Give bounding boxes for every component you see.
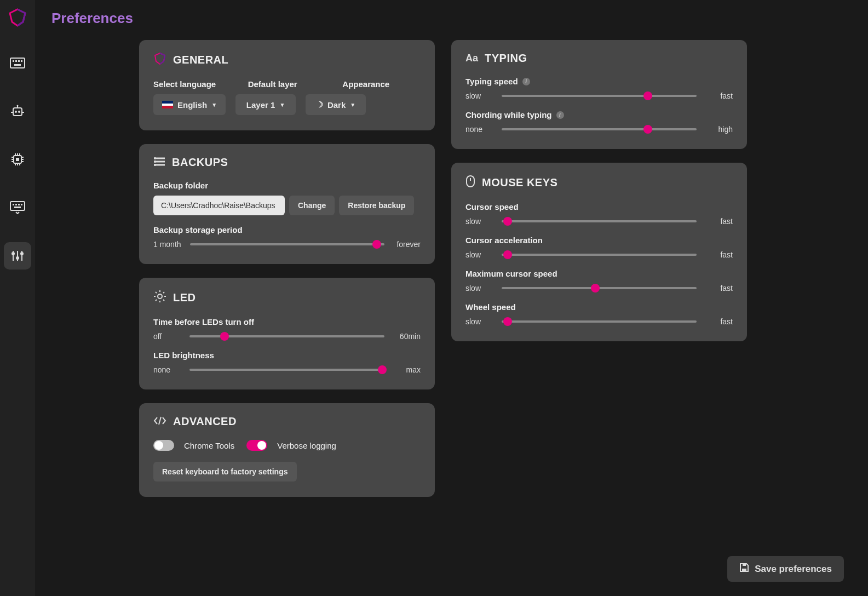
storage-max-label: forever <box>393 240 421 249</box>
svg-rect-32 <box>14 207 21 208</box>
svg-point-38 <box>20 252 24 255</box>
caret-down-icon: ▼ <box>350 102 355 108</box>
max-speed-slider[interactable] <box>502 287 697 289</box>
accel-slow: slow <box>465 250 493 259</box>
save-icon <box>739 563 749 575</box>
led-off-slider[interactable] <box>189 335 384 337</box>
led-bright-max: max <box>393 365 421 374</box>
svg-rect-0 <box>10 58 25 68</box>
svg-point-42 <box>154 157 156 159</box>
typing-speed-min: slow <box>465 91 493 100</box>
advanced-card: ADVANCED Chrome Tools Verbose logging Re… <box>139 403 435 497</box>
restore-button[interactable]: Restore backup <box>339 196 414 215</box>
general-card: GENERAL Select language Default layer Ap… <box>139 40 435 130</box>
chording-slider[interactable] <box>502 128 697 130</box>
moon-icon: ☽ <box>316 100 323 110</box>
svg-point-7 <box>15 111 17 113</box>
svg-rect-28 <box>13 204 14 205</box>
storage-period-label: Backup storage period <box>153 225 421 234</box>
svg-point-10 <box>17 105 19 107</box>
chrome-tools-toggle[interactable] <box>153 440 174 451</box>
accel-label: Cursor acceleration <box>465 236 733 245</box>
typing-speed-label: Typing speed i <box>465 77 733 86</box>
svg-rect-58 <box>743 564 746 566</box>
list-icon <box>153 157 165 169</box>
svg-rect-14 <box>16 158 19 161</box>
typing-speed-max: fast <box>705 91 733 100</box>
reset-button[interactable]: Reset keyboard to factory settings <box>153 462 297 482</box>
svg-rect-5 <box>14 64 21 66</box>
led-bright-slider[interactable] <box>189 369 384 371</box>
cursor-slow: slow <box>465 217 493 226</box>
svg-line-54 <box>159 417 161 425</box>
svg-rect-57 <box>742 569 746 571</box>
cursor-speed-slider[interactable] <box>502 220 697 222</box>
advanced-title: ADVANCED <box>173 415 237 428</box>
svg-rect-6 <box>13 108 22 116</box>
layer-dropdown[interactable]: Layer 1 ▼ <box>235 94 296 115</box>
app-logo <box>7 7 28 28</box>
info-icon[interactable]: i <box>556 111 564 119</box>
svg-rect-4 <box>21 60 22 62</box>
page-title: Preferences <box>51 10 846 27</box>
svg-line-53 <box>163 292 164 293</box>
led-off-max: 60min <box>393 332 421 341</box>
caret-down-icon: ▼ <box>279 102 285 108</box>
sidebar-item-chip[interactable] <box>4 146 31 173</box>
layer-label: Default layer <box>248 79 326 89</box>
typing-speed-slider[interactable] <box>502 95 697 97</box>
language-label: Select language <box>153 79 232 89</box>
shield-icon <box>153 52 166 67</box>
sidebar-item-preferences[interactable] <box>4 242 31 270</box>
svg-rect-31 <box>21 204 22 205</box>
verbose-label: Verbose logging <box>277 441 336 450</box>
chrome-tools-label: Chrome Tools <box>184 441 234 450</box>
main-content: Preferences GENERAL Select language Defa… <box>35 0 868 596</box>
led-off-min: off <box>153 332 181 341</box>
accel-slider[interactable] <box>502 254 697 256</box>
chord-max: high <box>705 125 733 134</box>
svg-rect-3 <box>18 60 20 62</box>
backup-folder-label: Backup folder <box>153 181 421 190</box>
led-bright-label: LED brightness <box>153 351 421 360</box>
svg-rect-55 <box>467 176 474 187</box>
backup-folder-input[interactable]: C:\Users\Cradhoc\Raise\Backups <box>153 196 285 215</box>
language-dropdown[interactable]: English ▼ <box>153 94 226 115</box>
save-preferences-button[interactable]: Save preferences <box>727 556 844 582</box>
svg-rect-2 <box>15 60 17 62</box>
code-icon <box>153 416 166 428</box>
sidebar-item-robot[interactable] <box>4 98 31 125</box>
led-off-label: Time before LEDs turn off <box>153 317 421 326</box>
backups-title: BACKUPS <box>172 156 228 169</box>
change-button[interactable]: Change <box>289 196 335 215</box>
svg-rect-30 <box>18 204 20 205</box>
sidebar-item-keyboard[interactable] <box>4 49 31 77</box>
led-bright-min: none <box>153 365 181 374</box>
info-icon[interactable]: i <box>522 78 530 85</box>
led-title: LED <box>173 291 196 304</box>
uk-flag-icon <box>162 101 173 108</box>
typography-icon: Aa <box>465 53 478 64</box>
max-speed-label: Maximum cursor speed <box>465 269 733 278</box>
chording-label: Chording while typing i <box>465 110 733 119</box>
svg-point-45 <box>158 294 162 299</box>
svg-line-50 <box>156 292 157 293</box>
typing-card: Aa TYPING Typing speed i slow fast Chord… <box>451 40 747 149</box>
backups-card: BACKUPS Backup folder C:\Users\Cradhoc\R… <box>139 144 435 264</box>
svg-line-52 <box>156 300 157 301</box>
svg-point-36 <box>12 252 15 255</box>
sun-icon <box>153 290 166 305</box>
storage-slider[interactable] <box>190 243 384 245</box>
typing-title: TYPING <box>485 52 527 65</box>
sidebar <box>0 0 35 596</box>
svg-rect-1 <box>13 60 14 62</box>
mouse-icon <box>465 175 475 190</box>
wheel-speed-label: Wheel speed <box>465 302 733 312</box>
appearance-dropdown[interactable]: ☽ Dark ▼ <box>306 94 366 115</box>
verbose-toggle[interactable] <box>246 440 267 451</box>
sidebar-item-keyboard-alt[interactable] <box>4 194 31 221</box>
svg-rect-27 <box>10 202 25 210</box>
svg-point-44 <box>154 164 156 166</box>
wheel-speed-slider[interactable] <box>502 320 697 323</box>
storage-min-label: 1 month <box>153 240 181 249</box>
